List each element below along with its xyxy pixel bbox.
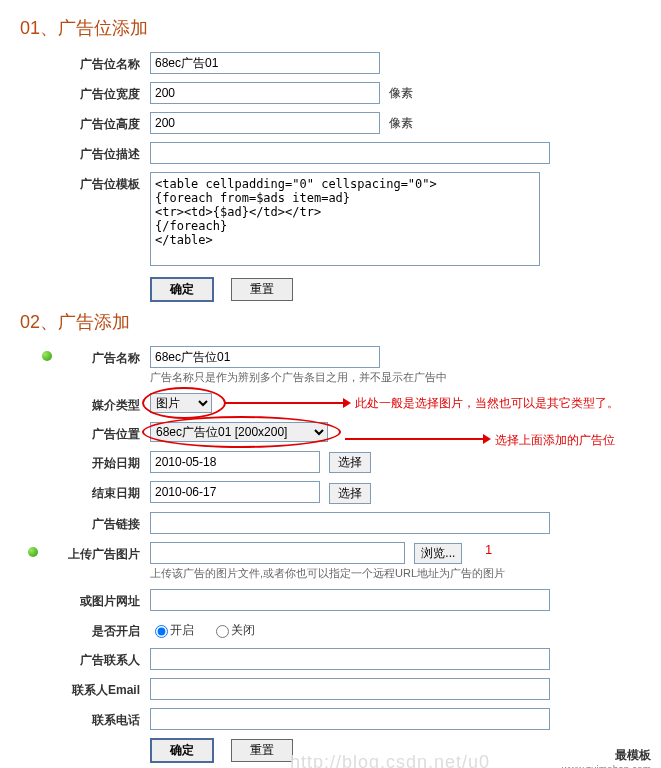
label-start: 开始日期 — [20, 451, 150, 472]
label-email: 联系人Email — [20, 678, 150, 699]
row-ad-slot-tpl: 广告位模板 <table cellpadding="0" cellspacing… — [20, 172, 641, 269]
label-name: 广告位名称 — [20, 52, 150, 73]
section2-title: 02、广告添加 — [20, 310, 641, 334]
input-image-url[interactable] — [150, 589, 550, 611]
label-end: 结束日期 — [20, 481, 150, 502]
row-phone: 联系电话 — [20, 708, 641, 730]
footer-credit: 最模板 www.zuimoban.com — [562, 747, 651, 768]
textarea-slot-tpl[interactable]: <table cellpadding="0" cellspacing="0"> … — [150, 172, 540, 266]
input-end-date[interactable] — [150, 481, 320, 503]
input-ad-name[interactable] — [150, 346, 380, 368]
row-contact: 广告联系人 — [20, 648, 641, 670]
select-media-type[interactable]: 图片 — [150, 393, 212, 413]
input-upload-path[interactable] — [150, 542, 405, 564]
required-dot-icon — [42, 351, 52, 361]
row-end-date: 结束日期 选择 — [20, 481, 641, 503]
row-enabled: 是否开启 开启 关闭 — [20, 619, 641, 640]
annotation-position-text: 选择上面添加的广告位 — [495, 432, 615, 449]
browse-button[interactable]: 浏览... — [414, 543, 462, 564]
label-enabled: 是否开启 — [20, 619, 150, 640]
row-image-url: 或图片网址 — [20, 589, 641, 611]
select-ad-position[interactable]: 68ec广告位01 [200x200] — [150, 422, 328, 442]
input-slot-name[interactable] — [150, 52, 380, 74]
label-desc: 广告位描述 — [20, 142, 150, 163]
input-start-date[interactable] — [150, 451, 320, 473]
hint-ad-name: 广告名称只是作为辨别多个广告条目之用，并不显示在广告中 — [150, 370, 641, 385]
row-ad-slot-desc: 广告位描述 — [20, 142, 641, 164]
row-start-date: 开始日期 选择 — [20, 451, 641, 473]
label-phone: 联系电话 — [20, 708, 150, 729]
section1-title: 01、广告位添加 — [20, 16, 641, 40]
row-upload-image: 上传广告图片 浏览... 1 上传该广告的图片文件,或者你也可以指定一个远程UR… — [20, 542, 641, 581]
label-width: 广告位宽度 — [20, 82, 150, 103]
row-media-type: 媒介类型 图片 此处一般是选择图片，当然也可以是其它类型了。 — [20, 393, 641, 414]
unit-height: 像素 — [389, 116, 413, 130]
submit-button-s1[interactable]: 确定 — [150, 277, 214, 302]
radio-enabled-off[interactable] — [216, 625, 229, 638]
input-slot-width[interactable] — [150, 82, 380, 104]
required-dot-icon-2 — [28, 547, 38, 557]
reset-button-s1[interactable]: 重置 — [231, 278, 293, 301]
label-ad-name: 广告名称 — [20, 346, 150, 367]
radio-enabled-on[interactable] — [155, 625, 168, 638]
row-s1-buttons: 确定 重置 — [20, 277, 641, 302]
annotation-media-text: 此处一般是选择图片，当然也可以是其它类型了。 — [355, 395, 619, 412]
label-media: 媒介类型 — [20, 393, 150, 414]
row-s2-buttons: 确定 重置 — [20, 738, 641, 763]
hint-upload: 上传该广告的图片文件,或者你也可以指定一个远程URL地址为广告的图片 — [150, 566, 641, 581]
annotation-arrow-media — [225, 402, 345, 404]
row-ad-name: 广告名称 广告名称只是作为辨别多个广告条目之用，并不显示在广告中 — [20, 346, 641, 385]
row-ad-slot-height: 广告位高度 像素 — [20, 112, 641, 134]
label-position: 广告位置 — [20, 422, 150, 443]
label-link: 广告链接 — [20, 512, 150, 533]
row-ad-link: 广告链接 — [20, 512, 641, 534]
unit-width: 像素 — [389, 86, 413, 100]
label-height: 广告位高度 — [20, 112, 150, 133]
input-contact[interactable] — [150, 648, 550, 670]
row-ad-position: 广告位置 68ec广告位01 [200x200] 选择上面添加的广告位 — [20, 422, 641, 443]
input-slot-height[interactable] — [150, 112, 380, 134]
row-ad-slot-width: 广告位宽度 像素 — [20, 82, 641, 104]
input-slot-desc[interactable] — [150, 142, 550, 164]
radio-label-off: 关闭 — [231, 623, 255, 637]
label-imgurl: 或图片网址 — [20, 589, 150, 610]
select-end-button[interactable]: 选择 — [329, 483, 371, 504]
row-ad-slot-name: 广告位名称 — [20, 52, 641, 74]
reset-button-s2[interactable]: 重置 — [231, 739, 293, 762]
annotation-arrow-position — [345, 438, 485, 440]
input-email[interactable] — [150, 678, 550, 700]
label-tpl: 广告位模板 — [20, 172, 150, 193]
annotation-num-1: 1 — [485, 542, 492, 557]
label-contact: 广告联系人 — [20, 648, 150, 669]
select-start-button[interactable]: 选择 — [329, 452, 371, 473]
radio-label-on: 开启 — [170, 623, 194, 637]
row-email: 联系人Email — [20, 678, 641, 700]
input-phone[interactable] — [150, 708, 550, 730]
label-upload: 上传广告图片 — [20, 542, 150, 563]
submit-button-s2[interactable]: 确定 — [150, 738, 214, 763]
input-ad-link[interactable] — [150, 512, 550, 534]
